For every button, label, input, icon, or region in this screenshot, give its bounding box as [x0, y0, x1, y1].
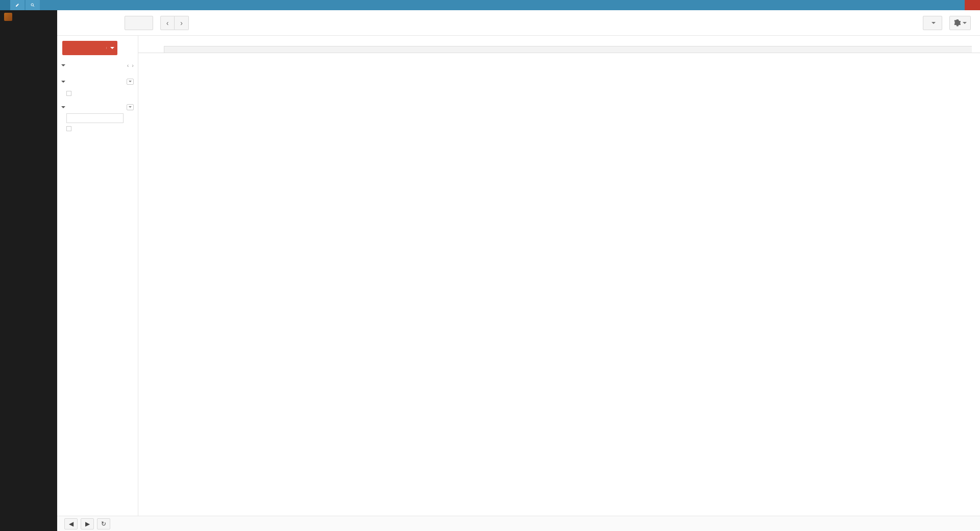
day-grid: [138, 36, 980, 516]
calendar-toolbar: ‹ ›: [57, 10, 980, 36]
footer-next[interactable]: ▶: [81, 518, 94, 529]
calendar-side-panel: ‹ ›: [57, 36, 138, 516]
gear-icon: [953, 19, 961, 27]
my-calendars-options[interactable]: [127, 79, 134, 85]
footer-bar: ◀ ▶ ↻: [57, 516, 980, 531]
tasks-checkbox[interactable]: [66, 91, 71, 96]
other-calendars-header[interactable]: [62, 104, 138, 110]
mini-calendar-header: ‹ ›: [62, 62, 138, 68]
create-dropdown[interactable]: [106, 47, 117, 49]
triangle-down-icon: [61, 81, 65, 83]
allday-row[interactable]: [138, 46, 980, 53]
avatar: [4, 13, 12, 21]
more-button[interactable]: [923, 16, 942, 30]
mini-prev[interactable]: ‹: [127, 62, 129, 68]
pencil-icon: [15, 2, 19, 8]
search-icon: [31, 2, 35, 8]
search-tab[interactable]: [26, 0, 40, 10]
caret-down-icon: [932, 22, 936, 24]
other-calendars-options[interactable]: [127, 104, 134, 110]
calendar-app: ‹ ›: [57, 10, 980, 531]
add-coworker-input[interactable]: [66, 113, 124, 123]
svg-point-0: [31, 4, 34, 6]
next-button[interactable]: ›: [175, 16, 189, 30]
compose-tab[interactable]: [10, 0, 24, 10]
mail-sidebar: [0, 10, 57, 531]
mini-next[interactable]: ›: [132, 62, 134, 68]
svg-line-1: [33, 6, 34, 7]
triangle-down-icon: [61, 64, 65, 66]
titlebar: [0, 0, 980, 10]
window-maximize[interactable]: [949, 0, 965, 10]
sidebar-profile[interactable]: [0, 10, 57, 23]
day-grid-scroll[interactable]: [138, 53, 980, 516]
footer-prev[interactable]: ◀: [64, 518, 78, 529]
footer-refresh[interactable]: ↻: [97, 518, 110, 529]
window-close[interactable]: [965, 0, 980, 10]
my-calendars-header[interactable]: [62, 79, 138, 85]
app-tab[interactable]: [0, 0, 10, 10]
prev-button[interactable]: ‹: [160, 16, 175, 30]
create-button[interactable]: [62, 41, 117, 55]
other-cal-checkbox[interactable]: [66, 126, 71, 131]
today-button[interactable]: [125, 16, 153, 30]
triangle-down-icon: [61, 106, 65, 108]
caret-down-icon: [963, 22, 967, 24]
settings-button[interactable]: [949, 16, 971, 30]
window-minimize[interactable]: [934, 0, 949, 10]
